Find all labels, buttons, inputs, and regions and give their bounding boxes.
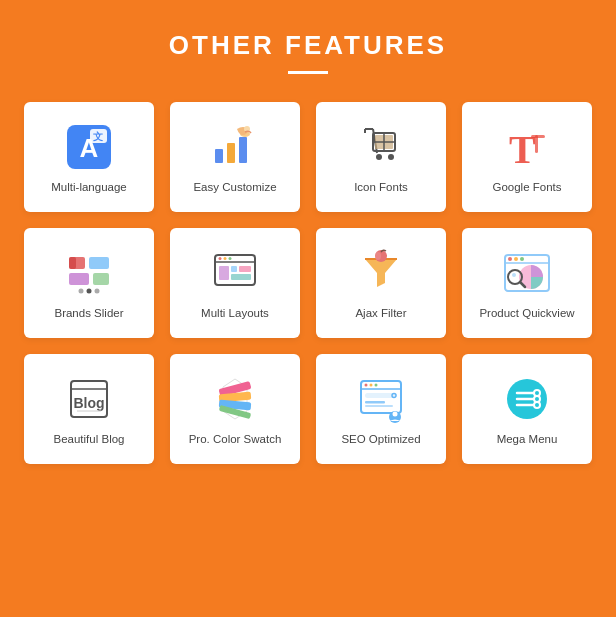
seo-optimized-icon bbox=[355, 373, 407, 425]
beautiful-blog-label: Beautiful Blog bbox=[54, 433, 125, 445]
mega-menu-label: Mega Menu bbox=[497, 433, 558, 445]
title-divider bbox=[288, 71, 328, 74]
card-pro-color-swatch[interactable]: Pro. Color Swatch bbox=[170, 354, 300, 464]
svg-rect-20 bbox=[535, 135, 538, 153]
svg-rect-66 bbox=[365, 401, 385, 404]
svg-rect-25 bbox=[93, 273, 109, 285]
card-easy-customize[interactable]: Easy Customize bbox=[170, 102, 300, 212]
svg-rect-37 bbox=[231, 274, 251, 280]
svg-rect-36 bbox=[239, 266, 251, 272]
svg-point-16 bbox=[376, 154, 382, 160]
svg-point-33 bbox=[229, 257, 232, 260]
svg-rect-6 bbox=[239, 137, 247, 163]
svg-rect-35 bbox=[231, 266, 237, 272]
features-grid: A 文 Multi-language Easy Customize bbox=[24, 102, 592, 464]
section-title: OTHER FEATURES bbox=[169, 30, 447, 61]
pro-color-swatch-icon bbox=[209, 373, 261, 425]
svg-point-31 bbox=[219, 257, 222, 260]
card-seo-optimized[interactable]: SEO Optimized bbox=[316, 354, 446, 464]
ajax-filter-icon bbox=[355, 247, 407, 299]
svg-rect-67 bbox=[365, 405, 393, 407]
svg-rect-4 bbox=[215, 149, 223, 163]
svg-text:T: T bbox=[509, 127, 536, 172]
svg-point-42 bbox=[508, 257, 512, 261]
card-beautiful-blog[interactable]: Blog Beautiful Blog bbox=[24, 354, 154, 464]
svg-point-75 bbox=[535, 391, 539, 395]
beautiful-blog-icon: Blog bbox=[63, 373, 115, 425]
svg-point-26 bbox=[79, 289, 84, 294]
card-google-fonts[interactable]: T Google Fonts bbox=[462, 102, 592, 212]
multi-layouts-icon bbox=[209, 247, 261, 299]
svg-rect-23 bbox=[89, 257, 109, 269]
svg-point-27 bbox=[87, 289, 92, 294]
svg-point-61 bbox=[365, 384, 368, 387]
svg-text:文: 文 bbox=[93, 131, 103, 142]
svg-rect-5 bbox=[227, 143, 235, 163]
card-product-quickview[interactable]: Product Quickview bbox=[462, 228, 592, 338]
mega-menu-icon bbox=[501, 373, 553, 425]
card-ajax-filter[interactable]: Ajax Filter bbox=[316, 228, 446, 338]
svg-point-77 bbox=[535, 397, 539, 401]
svg-point-32 bbox=[224, 257, 227, 260]
brands-slider-label: Brands Slider bbox=[54, 307, 123, 319]
svg-point-28 bbox=[95, 289, 100, 294]
svg-point-48 bbox=[512, 273, 516, 277]
card-multi-layouts[interactable]: Multi Layouts bbox=[170, 228, 300, 338]
svg-text:Blog: Blog bbox=[73, 395, 104, 411]
google-fonts-icon: T bbox=[501, 121, 553, 173]
svg-point-62 bbox=[370, 384, 373, 387]
product-quickview-icon bbox=[501, 247, 553, 299]
svg-point-44 bbox=[520, 257, 524, 261]
google-fonts-label: Google Fonts bbox=[492, 181, 561, 193]
svg-rect-24 bbox=[69, 273, 89, 285]
svg-rect-34 bbox=[219, 266, 229, 280]
icon-fonts-label: Icon Fonts bbox=[354, 181, 408, 193]
easy-customize-label: Easy Customize bbox=[193, 181, 276, 193]
svg-point-43 bbox=[514, 257, 518, 261]
icon-fonts-icon bbox=[355, 121, 407, 173]
easy-customize-icon bbox=[209, 121, 261, 173]
multi-language-label: Multi-language bbox=[51, 181, 126, 193]
pro-color-swatch-label: Pro. Color Swatch bbox=[189, 433, 282, 445]
multi-language-icon: A 文 bbox=[63, 121, 115, 173]
seo-optimized-label: SEO Optimized bbox=[341, 433, 420, 445]
svg-point-39 bbox=[375, 252, 381, 260]
card-multi-language[interactable]: A 文 Multi-language bbox=[24, 102, 154, 212]
product-quickview-label: Product Quickview bbox=[479, 307, 574, 319]
card-icon-fonts[interactable]: Icon Fonts bbox=[316, 102, 446, 212]
ajax-filter-label: Ajax Filter bbox=[355, 307, 406, 319]
svg-point-63 bbox=[375, 384, 378, 387]
brands-slider-icon bbox=[63, 247, 115, 299]
svg-point-17 bbox=[388, 154, 394, 160]
svg-rect-22 bbox=[69, 257, 76, 269]
card-brands-slider[interactable]: Brands Slider bbox=[24, 228, 154, 338]
multi-layouts-label: Multi Layouts bbox=[201, 307, 269, 319]
svg-point-69 bbox=[393, 412, 398, 417]
svg-point-79 bbox=[535, 403, 539, 407]
card-mega-menu[interactable]: Mega Menu bbox=[462, 354, 592, 464]
